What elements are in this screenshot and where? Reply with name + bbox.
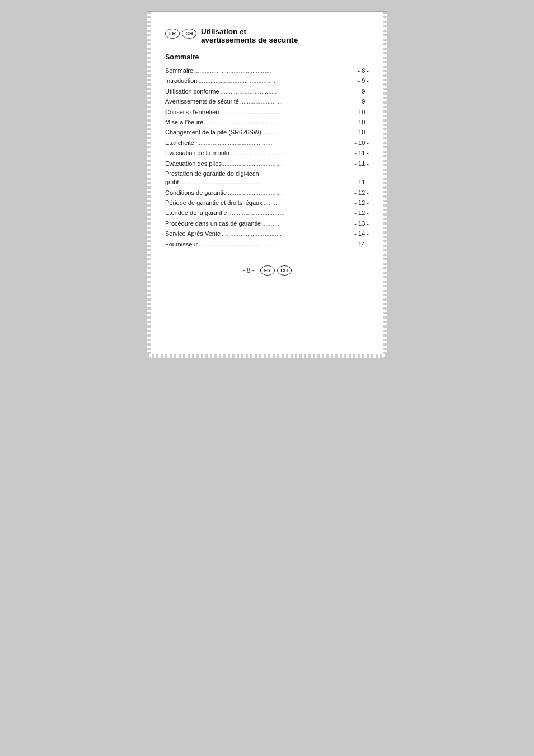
toc-label: Utilisation conforme <box>165 87 219 96</box>
title-line1: Utilisation et <box>201 27 298 36</box>
toc-dots: ......................... <box>240 97 357 106</box>
toc-item-utilisation: Utilisation conforme ...................… <box>165 87 369 96</box>
header-badges: FR CH <box>165 29 196 39</box>
toc-label: Procédure dans un cas de garantie <box>165 220 261 228</box>
footer-badges: FR CH <box>260 265 292 276</box>
toc-dots: ................................... <box>223 160 353 168</box>
toc-page: - 12 - <box>354 209 369 217</box>
ch-badge: CH <box>182 29 196 39</box>
toc-list: Sommaire ...............................… <box>165 67 369 249</box>
toc-label: Changement de la pile (SR626SW) <box>165 128 261 137</box>
toc-page: - 12 - <box>354 189 369 197</box>
document-page: FR CH Utilisation et avertissements de s… <box>147 11 387 358</box>
toc-label-cont: gmbh <box>165 178 181 186</box>
toc-label: Etendue de la garantie <box>165 209 227 217</box>
toc-dots: ................................... <box>222 230 353 238</box>
toc-page: - 12 - <box>354 199 369 207</box>
toc-page: - 13 - <box>354 220 369 228</box>
toc-dots: ........................................… <box>182 178 354 186</box>
toc-label: Fournisseur <box>165 240 198 249</box>
toc-page: - 10 - <box>354 108 369 116</box>
toc-dots: ......... <box>264 199 354 207</box>
toc-item-conditions: Conditions de garantie .................… <box>165 189 369 197</box>
toc-item-mise: Mise a l'heure .........................… <box>165 118 369 127</box>
toc-dots: ........................................… <box>195 139 353 147</box>
toc-item-prestation: Prestation de garantie de digi-tech gmbh… <box>165 170 369 187</box>
toc-dots: ........................................… <box>194 67 357 75</box>
toc-label: Etanchéité <box>165 139 194 147</box>
toc-item-service: Service Après Vente ....................… <box>165 230 369 238</box>
toc-dots: ........................................… <box>204 118 353 127</box>
toc-dots: ................................. <box>228 209 354 217</box>
toc-page: - 11 - <box>354 178 369 186</box>
toc-label: Introduction <box>165 77 197 85</box>
toc-label: Conseils d'entretien <box>165 108 219 116</box>
toc-item-sommaire: Sommaire ...............................… <box>165 67 369 75</box>
toc-item-evacuation-piles: Evacuation des piles ...................… <box>165 160 369 168</box>
toc-dots: ........... <box>263 128 354 137</box>
toc-item-periode: Période de garantie et droits légaux ...… <box>165 199 369 207</box>
toc-page: - 10 - <box>354 118 369 127</box>
toc-label: Service Après Vente <box>165 230 221 238</box>
footer-ch-badge: CH <box>277 265 292 276</box>
toc-label: Avertissements de sécurité <box>165 97 239 106</box>
toc-item-pile: Changement de la pile (SR626SW) ........… <box>165 128 369 137</box>
toc-item-avertissements: Avertissements de sécurité .............… <box>165 97 369 106</box>
toc-item-etendue: Etendue de la garantie .................… <box>165 209 369 217</box>
toc-page: - 10 - <box>354 128 369 137</box>
toc-dots: ................................... <box>220 108 353 116</box>
toc-dots: ................................ <box>228 189 353 197</box>
title-block: Utilisation et avertissements de sécurit… <box>201 27 298 44</box>
toc-label: Période de garantie et droits légaux <box>165 199 263 207</box>
bottom-border <box>147 354 387 358</box>
toc-page: - 14 - <box>354 240 369 249</box>
footer-page-number: - 8 - <box>242 267 254 274</box>
toc-item-conseils: Conseils d'entretien ...................… <box>165 108 369 116</box>
toc-page: - 8 - <box>358 67 369 75</box>
toc-page: - 9 - <box>358 87 369 96</box>
toc-label: Evacuation de la montre <box>165 149 232 157</box>
toc-label: Sommaire <box>165 67 193 75</box>
title-line2: avertissements de sécurité <box>201 36 298 44</box>
left-border <box>147 12 151 358</box>
toc-dots: ........................................… <box>199 240 353 249</box>
toc-page: - 9 - <box>358 97 369 106</box>
toc-item-evacuation-montre: Evacuation de la montre ................… <box>165 149 369 157</box>
toc-dots: ........................................… <box>198 77 357 85</box>
toc-dots: ............................... <box>233 149 354 157</box>
toc-page: - 9 - <box>358 77 369 85</box>
toc-item-fournisseur: Fournisseur ............................… <box>165 240 369 249</box>
page-footer: - 8 - FR CH <box>165 265 369 276</box>
page-header: FR CH Utilisation et avertissements de s… <box>165 27 369 44</box>
toc-page: - 11 - <box>354 149 369 157</box>
toc-label: Prestation de garantie de digi-tech <box>165 170 369 178</box>
toc-item-etancheite: Etanchéité .............................… <box>165 139 369 147</box>
toc-item-introduction: Introduction ...........................… <box>165 77 369 85</box>
fr-badge: FR <box>165 29 180 39</box>
toc-dots: ................................. <box>221 87 357 96</box>
footer-fr-badge: FR <box>260 265 275 276</box>
toc-label: Mise a l'heure <box>165 118 203 127</box>
toc-page: - 10 - <box>354 139 369 147</box>
sommaire-heading: Sommaire <box>165 53 369 61</box>
toc-page: - 11 - <box>354 160 369 168</box>
toc-label: Conditions de garantie <box>165 189 227 197</box>
toc-label: Evacuation des piles <box>165 160 222 168</box>
toc-item-procedure: Procédure dans un cas de garantie ......… <box>165 220 369 228</box>
toc-dots: .......... <box>262 220 353 228</box>
toc-page: - 14 - <box>354 230 369 238</box>
right-border <box>383 12 387 358</box>
